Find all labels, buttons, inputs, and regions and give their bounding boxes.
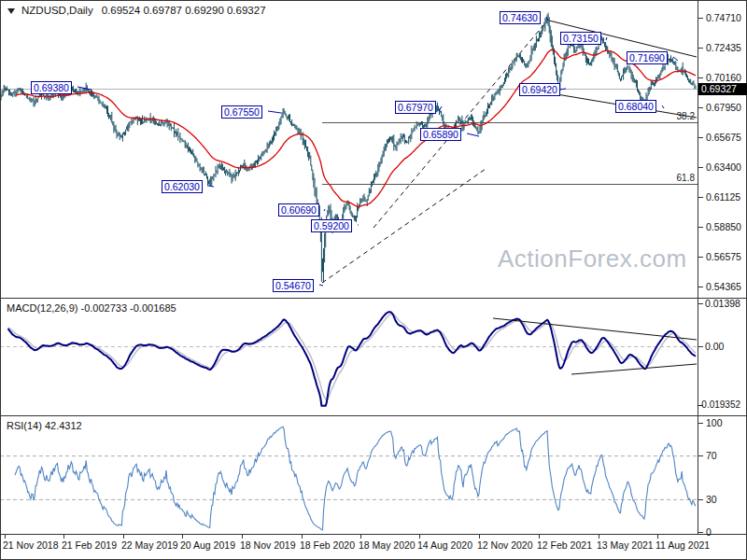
date-axis-label: 12 Nov 2020 bbox=[477, 539, 533, 551]
price-axis-label: 0.72435 bbox=[706, 42, 741, 53]
price-axis-label: 0.56575 bbox=[706, 251, 741, 262]
date-axis-label: 18 May 2020 bbox=[359, 539, 416, 551]
price-level-label: 0.67550 bbox=[221, 105, 262, 119]
price-level-label: 0.71690 bbox=[627, 51, 668, 64]
price-level-label: 0.74630 bbox=[500, 11, 541, 24]
trading-chart-window: 38.261.8 NZDUSD,Daily 0.69524 0.69787 0.… bbox=[0, 0, 747, 560]
date-axis-label: 14 Aug 2020 bbox=[417, 539, 472, 551]
price-axis-label: 0.74710 bbox=[706, 12, 741, 23]
price-level-label: 0.60690 bbox=[278, 203, 319, 217]
date-axis-label: 13 May 2021 bbox=[597, 539, 654, 551]
price-axis-label: 0.70160 bbox=[706, 72, 741, 83]
price-axis-label: 0.58850 bbox=[706, 221, 741, 232]
rsi-indicator-label: RSI(14) 42.4312 bbox=[7, 420, 82, 431]
macd-axis-label: 0.01398 bbox=[705, 298, 740, 309]
price-level-label: 0.68040 bbox=[615, 100, 656, 113]
price-axis-label: 0.54365 bbox=[706, 281, 741, 292]
price-axis-label: 0.65675 bbox=[706, 132, 741, 143]
date-axis-label: 20 Aug 2019 bbox=[180, 539, 235, 551]
date-axis-label: 18 Nov 2019 bbox=[240, 539, 296, 551]
price-level-label: 0.65890 bbox=[420, 128, 461, 141]
date-axis-label: 18 Feb 2020 bbox=[300, 539, 355, 551]
date-axis-label: 22 May 2019 bbox=[121, 539, 178, 551]
date-axis-label: 11 Aug 2021 bbox=[655, 539, 710, 551]
price-level-label: 0.73150 bbox=[560, 32, 601, 45]
price-axis-label: 0.67950 bbox=[706, 102, 741, 113]
rsi-axis-label: 30 bbox=[706, 494, 717, 505]
watermark: ActionForex.com bbox=[498, 245, 687, 273]
chart-title-bar: NZDUSD,Daily 0.69524 0.69787 0.69290 0.6… bbox=[6, 5, 266, 16]
rsi-axis-label: 70 bbox=[706, 450, 717, 461]
symbol-period-label: NZDUSD,Daily bbox=[21, 5, 93, 16]
price-level-label: 0.62030 bbox=[162, 180, 203, 193]
price-level-label: 0.54670 bbox=[273, 279, 314, 292]
macd-indicator-label: MACD(12,26,9) -0.002733 -0.001685 bbox=[7, 302, 176, 314]
rsi-axis-label: 100 bbox=[706, 417, 723, 428]
chart-canvas[interactable]: 38.261.8 bbox=[0, 0, 747, 560]
macd-axis-label: -0.019352 bbox=[698, 399, 740, 410]
date-axis-label: 12 Feb 2021 bbox=[537, 539, 592, 551]
price-level-label: 0.59200 bbox=[311, 219, 352, 232]
date-axis-label: 21 Feb 2019 bbox=[62, 539, 117, 551]
date-axis-label: 21 Nov 2018 bbox=[3, 539, 59, 551]
price-level-label: 0.67970 bbox=[395, 101, 436, 114]
fib-level-label: 61.8 bbox=[677, 173, 696, 183]
price-axis-label: 0.63400 bbox=[706, 161, 741, 173]
macd-axis-label: 0.00 bbox=[705, 341, 724, 352]
collapse-triangle-icon[interactable] bbox=[7, 8, 15, 14]
price-axis-label: 0.61125 bbox=[706, 191, 740, 203]
current-price-tag: 0.69327 bbox=[698, 83, 747, 95]
rsi-axis-label: 0 bbox=[706, 526, 712, 538]
price-level-label: 0.69380 bbox=[31, 81, 72, 94]
ohlc-values: 0.69524 0.69787 0.69290 0.69327 bbox=[102, 5, 266, 16]
price-level-label: 0.69420 bbox=[519, 83, 560, 96]
